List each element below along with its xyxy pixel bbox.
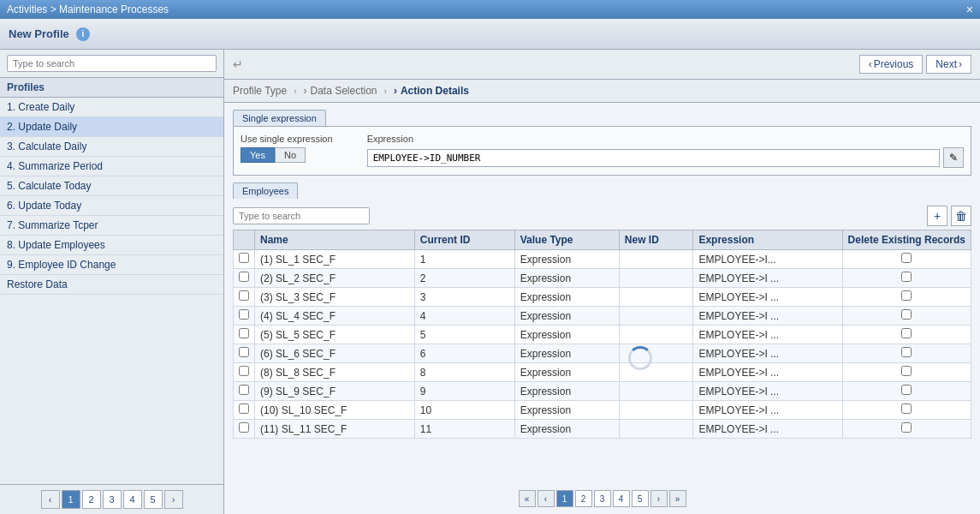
table-page-last[interactable]: »	[669, 490, 686, 507]
row-checkbox[interactable]	[239, 347, 249, 357]
row-expression: EMPLOYEE->I ...	[693, 420, 842, 439]
col-header-select	[234, 230, 255, 250]
table-row: (10) SL_10 SEC_F 10 Expression EMPLOYEE-…	[234, 401, 971, 420]
delete-existing-checkbox[interactable]	[901, 422, 912, 433]
delete-existing-checkbox[interactable]	[901, 290, 912, 301]
col-header-new-id: New ID	[619, 230, 693, 250]
row-value-type: Expression	[514, 401, 619, 420]
delete-existing-checkbox[interactable]	[901, 366, 912, 376]
table-row: (6) SL_6 SEC_F 6 Expression EMPLOYEE->I …	[234, 344, 971, 363]
table-page-4[interactable]: 4	[613, 490, 630, 507]
expression-input[interactable]	[367, 149, 940, 167]
add-row-button[interactable]: +	[927, 206, 947, 226]
sidebar-item-employee-id-change[interactable]: 9. Employee ID Change	[0, 255, 223, 275]
row-value-type: Expression	[514, 288, 619, 307]
row-select-cell	[234, 288, 255, 307]
table-page-5[interactable]: 5	[632, 490, 649, 507]
row-delete-existing	[842, 420, 971, 439]
row-checkbox[interactable]	[239, 272, 249, 282]
sidebar-page-3[interactable]: 3	[103, 490, 122, 509]
no-button[interactable]: No	[275, 147, 306, 163]
delete-existing-checkbox[interactable]	[901, 253, 912, 263]
table-row: (8) SL_8 SEC_F 8 Expression EMPLOYEE->I …	[234, 363, 971, 382]
next-chevron-icon: ›	[959, 58, 962, 70]
delete-existing-checkbox[interactable]	[901, 272, 912, 282]
table-page-prev[interactable]: ‹	[538, 490, 555, 507]
table-search-input[interactable]	[233, 207, 370, 224]
row-select-cell	[234, 401, 255, 420]
table-row: (1) SL_1 SEC_F 1 Expression EMPLOYEE->I.…	[234, 250, 971, 269]
close-icon[interactable]: ×	[966, 3, 973, 16]
sidebar-item-summarize-tcper[interactable]: 7. Summarize Tcper	[0, 216, 223, 236]
table-page-3[interactable]: 3	[594, 490, 611, 507]
row-new-id	[619, 363, 693, 382]
sidebar-page-prev[interactable]: ‹	[41, 490, 60, 509]
sidebar-item-update-daily[interactable]: 2. Update Daily	[0, 117, 223, 137]
step-arrow-2: ›	[384, 87, 387, 96]
row-delete-existing	[842, 250, 971, 269]
row-current-id: 8	[414, 363, 514, 382]
sidebar-item-restore-data[interactable]: Restore Data	[0, 275, 223, 295]
employees-section: Employees	[224, 182, 980, 202]
row-value-type: Expression	[514, 344, 619, 363]
row-checkbox[interactable]	[239, 366, 249, 376]
next-button[interactable]: Next ›	[926, 55, 971, 74]
row-value-type: Expression	[514, 420, 619, 439]
sidebar-item-create-daily[interactable]: 1. Create Daily	[0, 98, 223, 117]
single-expression-tab[interactable]: Single expression	[233, 110, 326, 126]
col-header-value-type: Value Type	[514, 230, 619, 250]
delete-existing-checkbox[interactable]	[901, 328, 912, 338]
table-page-next[interactable]: ›	[650, 490, 668, 507]
row-delete-existing	[842, 269, 971, 288]
row-checkbox[interactable]	[239, 253, 249, 263]
sidebar-page-1[interactable]: 1	[62, 490, 80, 509]
col-header-delete-existing: Delete Existing Records	[842, 230, 971, 250]
delete-row-button[interactable]: 🗑	[951, 206, 971, 226]
row-expression: EMPLOYEE->I ...	[693, 344, 842, 363]
row-new-id	[619, 307, 693, 326]
table-page-first[interactable]: «	[519, 490, 536, 507]
delete-existing-checkbox[interactable]	[901, 347, 912, 357]
col-header-name: Name	[255, 230, 415, 250]
expression-edit-button[interactable]: ✎	[943, 147, 964, 168]
previous-button[interactable]: ‹ Previous	[859, 55, 924, 74]
yes-button[interactable]: Yes	[241, 147, 275, 163]
expression-row: Use single expression Yes No Expression …	[241, 134, 964, 168]
row-value-type: Expression	[514, 250, 619, 269]
expression-section: Single expression Use single expression …	[224, 103, 980, 182]
row-checkbox[interactable]	[239, 309, 249, 320]
table-page-2[interactable]: 2	[575, 490, 592, 507]
delete-existing-checkbox[interactable]	[901, 385, 912, 395]
row-new-id	[619, 382, 693, 401]
sidebar-page-2[interactable]: 2	[82, 490, 101, 509]
row-checkbox[interactable]	[239, 403, 249, 414]
row-checkbox[interactable]	[239, 290, 249, 301]
info-icon[interactable]: i	[76, 27, 90, 41]
row-checkbox[interactable]	[239, 385, 249, 395]
row-value-type: Expression	[514, 269, 619, 288]
sidebar-item-calculate-daily[interactable]: 3. Calculate Daily	[0, 137, 223, 157]
delete-existing-checkbox[interactable]	[901, 403, 912, 414]
employees-tab[interactable]: Employees	[233, 182, 298, 199]
sidebar-page-next[interactable]: ›	[164, 490, 183, 509]
sidebar-item-update-today[interactable]: 6. Update Today	[0, 196, 223, 216]
sidebar-page-5[interactable]: 5	[144, 490, 163, 509]
row-new-id	[619, 326, 693, 344]
table-row: (5) SL_5 SEC_F 5 Expression EMPLOYEE->I …	[234, 326, 971, 344]
table-page-1[interactable]: 1	[556, 490, 573, 507]
sidebar-item-summarize-period[interactable]: 4. Summarize Period	[0, 157, 223, 176]
table-wrapper: Name Current ID Value Type New ID Expres…	[233, 230, 971, 487]
row-expression: EMPLOYEE->I ...	[693, 382, 842, 401]
row-checkbox[interactable]	[239, 328, 249, 338]
row-expression: EMPLOYEE->I ...	[693, 288, 842, 307]
delete-existing-checkbox[interactable]	[901, 309, 912, 320]
sidebar-page-4[interactable]: 4	[123, 490, 142, 509]
table-toolbar: + 🗑	[233, 202, 971, 230]
row-select-cell	[234, 420, 255, 439]
sidebar-search-input[interactable]	[7, 55, 217, 72]
sidebar-item-calculate-today[interactable]: 5. Calculate Today	[0, 176, 223, 196]
row-current-id: 1	[414, 250, 514, 269]
row-select-cell	[234, 382, 255, 401]
row-checkbox[interactable]	[239, 422, 249, 433]
sidebar-item-update-employees[interactable]: 8. Update Employees	[0, 236, 223, 255]
